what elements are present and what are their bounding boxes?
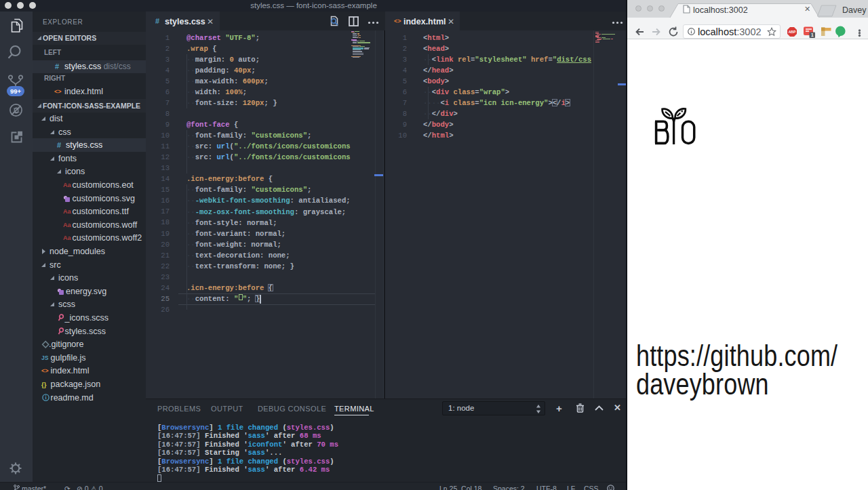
svg-text:ABP: ABP	[788, 30, 795, 34]
svg-text:i: i	[45, 394, 46, 401]
svg-text:1: 1	[811, 33, 814, 37]
